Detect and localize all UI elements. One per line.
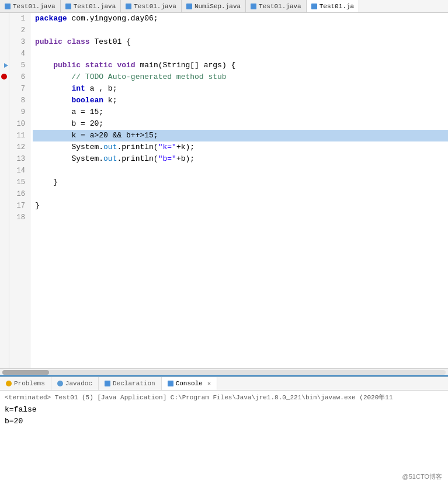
javadoc-label: Javadoc [65,380,92,387]
console-label: Console [176,380,203,387]
gutter-line-4 [0,48,9,60]
console-area: <terminated> Test01 (5) [Java Applicatio… [0,391,448,430]
console-output: k=falseb=20 [5,404,443,427]
tab-label-1: Test01.java [13,3,55,10]
line-number-14: 14 [12,165,25,177]
console-output-line: b=20 [5,416,443,427]
line-number-13: 13 [12,153,25,165]
code-line-5: public static void main(String[] args) { [33,60,448,71]
code-area[interactable]: 123456789101112131415161718 package com.… [0,13,448,368]
code-editor: 123456789101112131415161718 package com.… [0,13,448,375]
tab-problems[interactable]: Problems [0,377,51,390]
scrollbar-thumb[interactable] [2,370,49,375]
gutter-line-5 [0,60,9,71]
line-number-16: 16 [12,188,25,200]
gutter-line-14 [0,165,9,177]
tab-test01-3[interactable]: Test01.java [121,0,182,13]
gutter-line-6 [0,71,9,83]
console-header: <terminated> Test01 (5) [Java Applicatio… [5,393,443,402]
code-line-17: } [33,200,448,212]
tab-label-3: Test01.java [134,3,176,10]
bottom-panel: Problems Javadoc Declaration Console ✕ <… [0,375,448,430]
line-number-15: 15 [12,177,25,188]
gutter-line-10 [0,118,9,130]
tab-test01-1[interactable]: Test01.java [0,0,61,13]
gutter-line-3 [0,36,9,48]
editor-tab-bar: Test01.java Test01.java Test01.java Numi… [0,0,448,13]
line-number-1: 1 [12,13,25,25]
tab-test01-5[interactable]: Test01.java [246,0,307,13]
code-line-2 [33,25,448,36]
code-line-14 [33,165,448,177]
declaration-label: Declaration [113,380,155,387]
tab-label-4: NumiSep.java [195,3,241,10]
line-number-12: 12 [12,141,25,153]
tab-javadoc[interactable]: Javadoc [51,377,99,390]
code-line-7: int a , b; [33,83,448,95]
line-number-11: 11 [12,130,25,141]
tab-icon-3 [126,4,131,9]
problems-icon [6,381,12,386]
gutter-line-9 [0,106,9,118]
console-close-icon[interactable]: ✕ [207,380,211,387]
code-line-12: System.out.println("k="+k); [33,141,448,153]
line-number-8: 8 [12,95,25,106]
tab-label-6: Test01.ja [319,3,354,10]
tab-icon-1 [5,4,11,9]
code-lines[interactable]: package com.yingyong.day06; public class… [30,13,448,368]
tab-test01-2[interactable]: Test01.java [61,0,121,13]
tab-icon-2 [65,4,71,9]
tab-test01-active[interactable]: Test01.ja [307,0,359,13]
gutter-line-12 [0,141,9,153]
tab-console[interactable]: Console ✕ [162,377,217,390]
console-output-line: k=false [5,404,443,416]
code-line-11: k = a>20 && b++>15; [33,130,448,141]
line-number-3: 3 [12,36,25,48]
code-line-3: public class Test01 { [33,36,448,48]
line-number-6: 6 [12,71,25,83]
code-line-4 [33,48,448,60]
editor-gutter [0,13,9,368]
bottom-tab-bar: Problems Javadoc Declaration Console ✕ [0,377,448,391]
javadoc-icon [57,381,63,386]
gutter-line-1 [0,13,9,25]
gutter-line-18 [0,212,9,223]
gutter-line-15 [0,177,9,188]
line-numbers: 123456789101112131415161718 [9,13,30,368]
line-number-2: 2 [12,25,25,36]
code-line-18 [33,212,448,223]
line-number-5: 5 [12,60,25,71]
gutter-line-16 [0,188,9,200]
declaration-icon [105,381,110,386]
gutter-line-11 [0,130,9,141]
line-number-17: 17 [12,200,25,212]
line-number-10: 10 [12,118,25,130]
gutter-line-2 [0,25,9,36]
code-line-8: boolean k; [33,95,448,106]
code-line-9: a = 15; [33,106,448,118]
watermark: @51CTO博客 [402,472,442,481]
code-line-10: b = 20; [33,118,448,130]
tab-declaration[interactable]: Declaration [99,377,162,390]
line-number-18: 18 [12,212,25,223]
tab-label-5: Test01.java [259,3,301,10]
line-number-7: 7 [12,83,25,95]
code-line-15: } [33,177,448,188]
console-icon [168,381,173,386]
code-line-1: package com.yingyong.day06; [33,13,448,25]
problems-label: Problems [14,380,45,387]
tab-icon-4 [186,4,192,9]
gutter-line-8 [0,95,9,106]
tab-icon-5 [251,4,256,9]
gutter-line-7 [0,83,9,95]
code-line-6: // TODO Auto-generated method stub [33,71,448,83]
tab-icon-6 [311,4,317,9]
gutter-line-13 [0,153,9,165]
tab-label-2: Test01.java [74,3,116,10]
line-number-4: 4 [12,48,25,60]
gutter-line-17 [0,200,9,212]
editor-horizontal-scrollbar[interactable] [0,368,448,375]
tab-numisep[interactable]: NumiSep.java [182,0,246,13]
scrollbar-track[interactable] [2,370,446,375]
code-line-13: System.out.println("b="+b); [33,153,448,165]
